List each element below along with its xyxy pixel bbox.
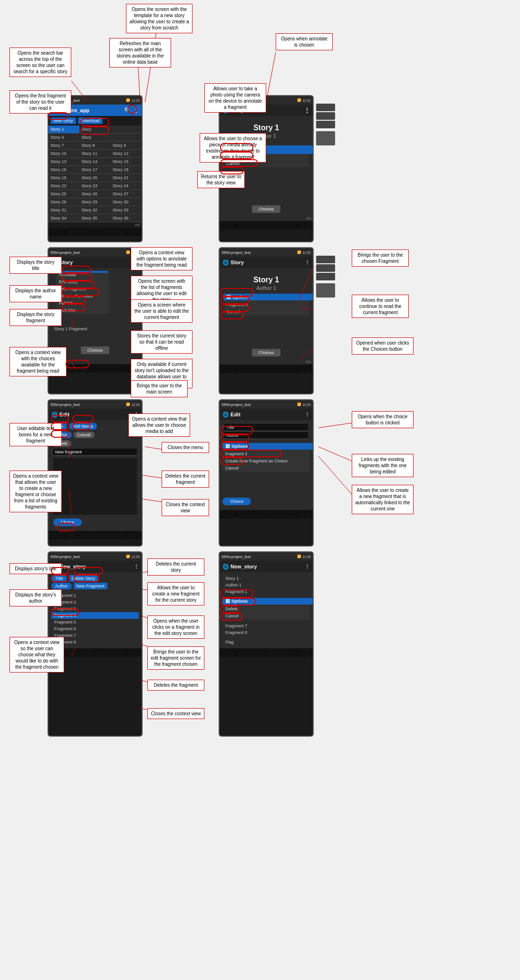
story-cell-9[interactable]: Story 9 (111, 142, 142, 150)
cancel-item-6[interactable]: Cancel (222, 465, 310, 471)
home-icon-1[interactable]: ○ (94, 229, 97, 235)
search-icon[interactable]: 🔍 (124, 107, 131, 114)
story-cell-35[interactable]: Story 35 (79, 214, 110, 222)
story-cell-4[interactable]: Story 4 (48, 134, 79, 142)
story-cell-5[interactable]: Story (79, 134, 110, 142)
story-cell-11[interactable]: Story 11 (79, 150, 110, 158)
frag8-item[interactable]: Fragment 8 (222, 629, 310, 636)
download-button[interactable]: Download (78, 117, 103, 124)
choice-btn-5[interactable]: Choice (53, 519, 82, 526)
home-icon-7[interactable]: ○ (94, 650, 97, 655)
story-cell-30[interactable]: Story 30 (111, 198, 142, 206)
story-cell-36[interactable]: Story 36 (111, 214, 142, 222)
edit-story-menu-item[interactable]: Edit Story (56, 279, 108, 285)
fragment3-item-6[interactable]: Fragment 3 (222, 451, 310, 457)
choices-button-1[interactable]: Choices (252, 205, 280, 213)
edit-fragment-menu-item[interactable]: Edit Fragment (56, 286, 108, 292)
home-icon-6[interactable]: ○ (265, 511, 268, 517)
back-icon-6[interactable]: ◁ (233, 511, 237, 518)
back-icon-2[interactable]: ◁ (233, 222, 237, 229)
story-cell-10[interactable]: Story 10 (48, 150, 79, 158)
fragment-item-4[interactable]: Fragment 4 (51, 612, 139, 619)
author-field-6[interactable]: Author (224, 432, 308, 439)
fragment-item-3[interactable]: Fragment 3 (51, 605, 139, 612)
fragment-item-6[interactable]: Fragment 6 (51, 625, 139, 632)
story-cell-26[interactable]: Story 26 (79, 190, 110, 198)
new-fragment-field[interactable]: New fragment (53, 449, 137, 456)
menu-icon-2[interactable]: ⋮ (304, 107, 310, 114)
publish-menu-item[interactable]: Publish (56, 300, 108, 307)
recent-icon-8[interactable]: □ (296, 650, 299, 655)
choice-btn-6[interactable]: Choice (222, 498, 251, 505)
menu-icon-7[interactable]: ⋮ (134, 564, 139, 570)
quit-menu-item[interactable]: Quit Stor (56, 307, 108, 314)
home-icon-8[interactable]: ○ (265, 650, 268, 655)
story-cell-18[interactable]: Story 18 (111, 166, 142, 174)
story-cell-8[interactable]: Story 8 (79, 142, 110, 150)
story-cell-27[interactable]: Story 27 (111, 190, 142, 198)
story-cell-22[interactable]: Story 22 (48, 182, 79, 190)
fragment-item-7[interactable]: Fragment 7 (51, 632, 139, 639)
new-fragment-btn[interactable]: New Fragment (74, 583, 107, 589)
story-cell-34[interactable]: Story 34 (48, 214, 79, 222)
title-field-6[interactable]: Title (224, 424, 308, 431)
story-cell-28[interactable]: Story 28 (48, 198, 79, 206)
frag1-item-8[interactable]: Fragment 1 (222, 588, 310, 595)
recent-icon-7[interactable]: □ (125, 650, 128, 655)
story-cell-16[interactable]: Story 16 (48, 166, 79, 174)
fragment-item-8[interactable]: Fragment 8 (51, 639, 139, 645)
delete-story-btn[interactable]: Delete Story (69, 575, 98, 582)
cancel-btn-5[interactable]: Cancel (74, 432, 95, 438)
recent-icon-1[interactable]: □ (125, 229, 128, 235)
add-media-btn[interactable]: Add Media (69, 423, 97, 430)
recent-icon-5[interactable]: □ (125, 532, 128, 538)
new-story-button[interactable]: New Story (50, 117, 76, 124)
menu-icon-8[interactable]: ⋮ (305, 564, 310, 570)
recent-icon-6[interactable]: □ (296, 511, 299, 517)
choices-button-2[interactable]: Choices (81, 346, 109, 354)
back-icon-1[interactable]: ◁ (62, 229, 66, 235)
home-icon-5[interactable]: ○ (94, 532, 97, 538)
home-icon-3[interactable]: ○ (94, 365, 97, 371)
home-icon-4[interactable]: ○ (265, 366, 268, 372)
story-cell-21[interactable]: Story 21 (111, 174, 142, 182)
back-icon-5[interactable]: ◁ (62, 532, 66, 538)
story-cell-24[interactable]: Story 24 (111, 182, 142, 190)
story-cell-6[interactable] (111, 134, 142, 142)
story-cell-25[interactable]: Story 25 (48, 190, 79, 198)
recent-icon-2[interactable]: □ (296, 222, 299, 228)
story-cell-12[interactable]: Story 12 (111, 150, 142, 158)
story-cell-14[interactable]: Story 14 (79, 158, 110, 166)
cancel-item-4[interactable]: Cancel (223, 308, 309, 315)
fragment-item-5[interactable]: Fragment 5 (51, 619, 139, 625)
story-cell-31[interactable]: Story 31 (48, 206, 79, 214)
fragment-item-1[interactable]: Fragment 1 (51, 592, 139, 599)
choices-button-4[interactable]: Choices (252, 349, 280, 356)
fragment-item-2[interactable]: Fragment 2 (51, 599, 139, 605)
create-new-item[interactable]: Create New Fragment as Choice (222, 458, 310, 464)
story-cell-7[interactable]: Story 7 (48, 142, 79, 150)
story-cell-33[interactable]: Story 33 (111, 206, 142, 214)
story-cell-29[interactable]: Story 29 (79, 198, 110, 206)
story-cell-1[interactable]: Story 1 (48, 125, 79, 134)
frag7-item[interactable]: Fragment 7 (222, 623, 310, 629)
title-btn-7[interactable]: Title (51, 575, 67, 582)
story-cell-15[interactable]: Story 15 (111, 158, 142, 166)
delete-item-8[interactable]: Delete (222, 605, 310, 612)
home-icon-2[interactable]: ○ (265, 222, 268, 228)
story-cell-23[interactable]: Story 23 (79, 182, 110, 190)
fragment3-item[interactable]: Fragment 3 (223, 301, 309, 308)
story-cell-3[interactable] (111, 125, 142, 134)
menu-icon[interactable]: ⋮ (133, 107, 139, 114)
menu-icon-4[interactable]: ⋮ (305, 259, 310, 266)
menu-icon-6[interactable]: ⋮ (305, 412, 310, 418)
story-cell-17[interactable]: Story 17 (79, 166, 110, 174)
back-icon-8[interactable]: ◁ (233, 650, 237, 656)
story-cell-32[interactable]: Story 32 (79, 206, 110, 214)
recent-icon-4[interactable]: □ (296, 366, 299, 372)
recent-icon-3[interactable]: □ (125, 365, 128, 371)
story-cell-20[interactable]: Story 20 (79, 174, 110, 182)
story-cell-2[interactable]: Story (79, 125, 110, 134)
story-cell-13[interactable]: Story 13 (48, 158, 79, 166)
back-icon-4[interactable]: ◁ (233, 366, 237, 372)
